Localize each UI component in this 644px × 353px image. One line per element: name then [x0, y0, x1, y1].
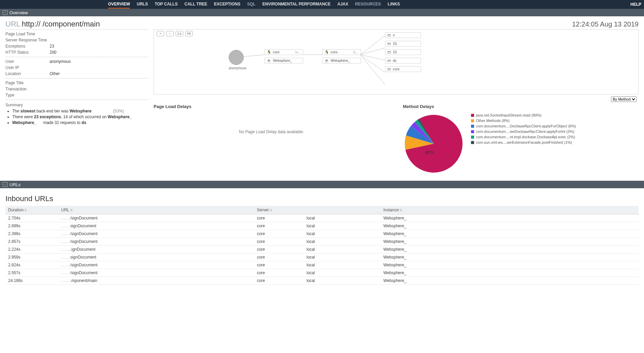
nav-tab-overview[interactable]: OVERVIEW: [108, 0, 130, 8]
pie-center-label: 80%: [425, 150, 434, 155]
table-row[interactable]: 2.557s......../signDocumentcorelocalWebs…: [5, 269, 639, 277]
detail-key: Transaction: [5, 86, 50, 92]
topology-node-label: 10.: [393, 50, 398, 54]
legend-item[interactable]: java.net.SocketInputStream.read (80%): [471, 113, 576, 117]
table-row[interactable]: 24.188s.........mponent/maincorelocalWeb…: [5, 277, 639, 285]
topology-node[interactable]: 10.: [385, 41, 421, 47]
nav-tab-sql[interactable]: SQL: [247, 0, 256, 8]
cell-extra: local: [304, 246, 381, 253]
topology-node[interactable]: core-lo...: [322, 49, 361, 55]
table-row[interactable]: 2.704s......../signDocumentcorelocalWebs…: [5, 214, 639, 222]
detail-key: Location: [5, 71, 50, 77]
db-icon: [387, 33, 391, 37]
cell-extra: local: [304, 214, 381, 222]
detail-key: Page Load Time: [5, 31, 50, 37]
summary-item: Websphere_ made 32 requests to ds: [12, 120, 148, 125]
topology-node[interactable]: 10.: [385, 49, 421, 55]
topology-node-label: core: [393, 67, 399, 71]
cell-duration: 2.959s: [5, 253, 58, 261]
topology-node[interactable]: o: [385, 32, 421, 38]
java-icon: [267, 59, 271, 63]
topology-node[interactable]: corelo...: [264, 49, 303, 55]
detail-row: Exceptions23: [5, 43, 148, 49]
cell-instance: Websphere_: [381, 261, 639, 269]
cell-url: ......../signDocument: [58, 238, 254, 246]
method-delays-pie[interactable]: 80%: [403, 113, 464, 174]
topology-user-node[interactable]: anonymous: [229, 50, 246, 70]
nav-tab-top-calls[interactable]: TOP CALLS: [155, 0, 178, 8]
cell-url: .........mponent/main: [58, 277, 254, 285]
topology-node-label: ds: [393, 59, 397, 63]
legend-item[interactable]: Other Methods (8%): [471, 119, 576, 123]
top-nav: OVERVIEWURLSTOP CALLSCALL TREEEXCEPTIONS…: [0, 0, 644, 9]
table-row[interactable]: 2.224s.........ignDocumentcorelocalWebsp…: [5, 246, 639, 253]
nav-tab-call-tree[interactable]: CALL TREE: [185, 0, 207, 8]
detail-row: User IP: [5, 65, 148, 71]
cell-url: ......../signDocument: [58, 269, 254, 277]
collapse-icon[interactable]: −: [3, 10, 7, 15]
table-row[interactable]: 2.398s......../signDocumentcorelocalWebs…: [5, 230, 639, 238]
topology-node[interactable]: Websphere_: [322, 58, 361, 64]
cell-server: core: [254, 222, 304, 230]
cell-instance: Websphere_: [381, 222, 639, 230]
nav-tab-environmental-performance[interactable]: ENVIRONMENTAL PERFORMANCE: [262, 0, 331, 8]
column-header[interactable]: Instance⇅: [381, 206, 639, 214]
column-header[interactable]: Duration⇅: [5, 206, 58, 214]
group-by-select[interactable]: By Method: [611, 96, 637, 102]
cell-server: core: [254, 277, 304, 285]
summary-label: Summary: [5, 103, 148, 107]
nav-tab-resources[interactable]: RESOURCES: [355, 0, 381, 8]
cell-instance: Websphere_: [381, 246, 639, 253]
detail-row: LocationOther: [5, 71, 148, 77]
cell-extra: local: [304, 222, 381, 230]
collapse-icon[interactable]: −: [3, 182, 7, 187]
inbound-urls-table: Duration⇅URL⇅Server⇅Instance⇅ 2.704s....…: [5, 206, 639, 285]
detail-key: HTTP Status: [5, 49, 50, 55]
column-header[interactable]: URL⇅: [58, 206, 254, 214]
detail-value: anonymous: [50, 58, 71, 65]
topology-node[interactable]: core: [385, 66, 421, 72]
column-header[interactable]: Server⇅: [254, 206, 304, 214]
cell-duration: 2.704s: [5, 214, 58, 222]
column-header[interactable]: [304, 206, 381, 214]
topology-node-label: core-: [331, 50, 338, 54]
details-panel: Page Load TimeServer Response TimeExcept…: [5, 29, 148, 175]
detail-row: Page Title: [5, 80, 148, 86]
summary-item: The slowest back-end tier was Websphere …: [12, 109, 148, 113]
topology-node[interactable]: ds: [385, 58, 421, 64]
nav-tab-ajax[interactable]: AJAX: [337, 0, 348, 8]
detail-value: Other: [50, 71, 60, 77]
table-row[interactable]: 2.824s......../signDocumentcorelocalWebs…: [5, 261, 639, 269]
topology-diagram[interactable]: + − 1:1 Fit anonymous: [154, 29, 639, 94]
table-row[interactable]: 2.699s........signDocumentcorelocalWebsp…: [5, 222, 639, 230]
cell-instance: Websphere_: [381, 269, 639, 277]
nav-tab-exceptions[interactable]: EXCEPTIONS: [214, 0, 240, 8]
topology-node[interactable]: Websphere_: [264, 58, 303, 64]
legend-item[interactable]: com.documentum....DocbaseRpcClient.apply…: [471, 124, 576, 128]
section-bar-urls: − URLs: [0, 181, 644, 188]
cell-extra: local: [304, 230, 381, 238]
table-row[interactable]: 2.857s......../signDocumentcorelocalWebs…: [5, 238, 639, 246]
nav-tab-urls[interactable]: URLS: [137, 0, 148, 8]
legend-swatch: [471, 130, 474, 133]
detail-value: 200: [50, 49, 56, 55]
legend-item[interactable]: com.documentum....iseDocbaseRpcClient.ap…: [471, 129, 576, 134]
db-icon: [387, 67, 391, 71]
detail-row: Page Load Time: [5, 31, 148, 37]
legend-label: com.documentum....nt.impl.docbase.Docbas…: [476, 135, 575, 139]
legend-item[interactable]: com.sun.xml.ws....serExtensionFacade.pos…: [471, 140, 576, 144]
nav-tab-links[interactable]: LINKS: [388, 0, 400, 8]
section-title: URLs: [10, 182, 21, 187]
detail-row: Type: [5, 92, 148, 98]
linux-icon: [325, 50, 329, 54]
legend-label: com.documentum....DocbaseRpcClient.apply…: [476, 124, 576, 128]
svg-line-2: [360, 36, 385, 55]
detail-key: User IP: [5, 65, 50, 71]
legend-item[interactable]: com.documentum....nt.impl.docbase.Docbas…: [471, 135, 576, 139]
cell-url: ........signDocument: [58, 222, 254, 230]
summary-list: The slowest back-end tier was Websphere …: [5, 109, 148, 125]
legend-swatch: [471, 141, 474, 144]
svg-line-3: [360, 48, 385, 55]
table-row[interactable]: 2.959s........signDocumentcorelocalWebsp…: [5, 253, 639, 261]
help-link[interactable]: HELP: [630, 2, 641, 7]
